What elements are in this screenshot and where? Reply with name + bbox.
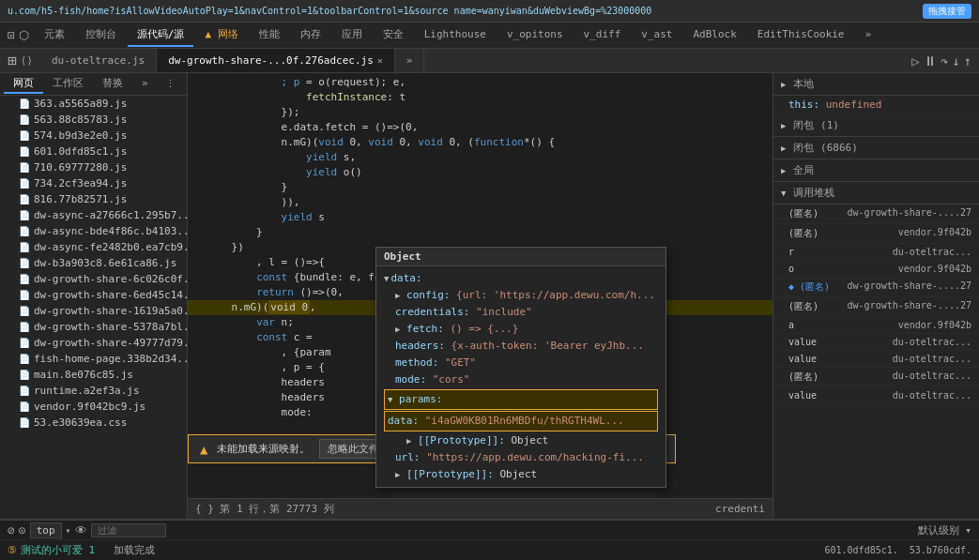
file-item-2[interactable]: 📄563.88c85783.js	[0, 112, 187, 128]
file-item-1[interactable]: 📄363.a5565a89.js	[0, 96, 187, 112]
right-section-callstack[interactable]: ▼ 调用堆栈	[773, 182, 979, 204]
inspect-icon[interactable]: ⬡	[19, 28, 29, 42]
tooltip-header: Object	[376, 248, 665, 266]
file-item-3[interactable]: 📄574.b9d3e2e0.js	[0, 128, 187, 144]
tab-more[interactable]: »	[856, 24, 881, 46]
right-callstack-item-a[interactable]: a vendor.9f042b	[773, 317, 979, 334]
file-item-15[interactable]: 📄dw-growth-share-5378a7bl...	[0, 319, 187, 335]
tooltip-proto2-row[interactable]: ▶ [[Prototype]]: Object	[384, 466, 658, 483]
source-tab-2-label: dw-growth-share-...0f.276adcec.js	[168, 54, 374, 67]
nav-step-into[interactable]: ↓	[952, 53, 959, 68]
url-bar: u.com/h5-fish/home?isAllowVideoAutoPlay=…	[0, 0, 979, 23]
file-item-14[interactable]: 📄dw-growth-share-1619a5a0...	[0, 303, 187, 319]
right-callstack-item-2[interactable]: (匿名) vendor.9f042b	[773, 224, 979, 244]
file-item-8[interactable]: 📄dw-async-a27666c1.295b7...	[0, 207, 187, 223]
tab-application[interactable]: 应用	[332, 23, 372, 47]
console-eye-icon[interactable]: 👁	[75, 523, 87, 537]
tab-memory[interactable]: 内存	[291, 23, 330, 47]
source-tab-2[interactable]: dw-growth-share-...0f.276adcec.js ✕	[157, 49, 395, 72]
drag-button[interactable]: 拖拽接管	[923, 4, 971, 19]
console-level-selector[interactable]: 默认级别 ▾	[918, 523, 971, 537]
bottom-right-file2[interactable]: 53.b760cdf.	[910, 545, 971, 555]
tab-sources[interactable]: 源代码/源	[128, 23, 194, 47]
file-item-7[interactable]: 📄816.77b82571.js	[0, 191, 187, 207]
file-item-16[interactable]: 📄dw-growth-share-49777d79...	[0, 335, 187, 351]
warning-count-badge: ⑤	[8, 544, 17, 556]
panel-toggle[interactable]: ⊞⟨⟩	[0, 52, 40, 69]
tab-vdiff[interactable]: v_diff	[574, 24, 631, 46]
file-item-19[interactable]: 📄runtime.a2ef3a.js	[0, 383, 187, 399]
tab-network[interactable]: ▲ 网络	[195, 23, 247, 47]
source-tab-1[interactable]: du-oteltrace.js	[40, 49, 157, 72]
nav-play[interactable]: ▷	[911, 53, 919, 68]
right-section-closure1[interactable]: ▶ 闭包 (1)	[773, 114, 979, 137]
tab-security[interactable]: 安全	[374, 23, 413, 47]
right-callstack-item-value3[interactable]: value du-oteltrac...	[773, 387, 979, 404]
console-filter-input[interactable]	[91, 523, 166, 537]
file-panel-menu[interactable]: ⋮	[158, 78, 183, 90]
nav-step-out[interactable]: ↑	[964, 53, 971, 68]
tooltip-data-row[interactable]: ▼ data:	[384, 270, 658, 287]
file-item-4[interactable]: 📄601.0dfd85c1.js	[0, 144, 187, 159]
sub-tab-webpage[interactable]: 网页	[4, 74, 43, 94]
status-bar: { } 第 1 行，第 27773 列 credenti	[188, 498, 772, 519]
right-local-triangle: ▶	[781, 80, 786, 89]
console-level-label[interactable]: top	[30, 522, 62, 538]
tab-elements[interactable]: 元素	[35, 23, 74, 47]
right-callstack-item-o[interactable]: o vendor.9f042b	[773, 261, 979, 278]
file-item-20[interactable]: 📄vendor.9f042bc9.js	[0, 399, 187, 415]
file-item-5[interactable]: 📄710.69777280.js	[0, 159, 187, 175]
file-item-21[interactable]: 📄53.e30639ea.css	[0, 415, 187, 431]
tab-console[interactable]: 控制台	[76, 23, 126, 47]
right-callstack-item-value2[interactable]: value du-oteltrac...	[773, 351, 979, 368]
right-section-global[interactable]: ▶ 全局	[773, 159, 979, 182]
right-callstack-item-value1[interactable]: value du-oteltrac...	[773, 334, 979, 351]
sub-tab-more[interactable]: »	[132, 75, 158, 93]
right-callstack-item-1[interactable]: (匿名) dw-growth-share-....27	[773, 204, 979, 224]
sub-tab-bar: 网页 工作区 替换 » ⋮	[0, 73, 187, 96]
sub-tab-workspace[interactable]: 工作区	[43, 74, 93, 94]
source-tab-more[interactable]: »	[395, 49, 425, 72]
code-line: yield s	[188, 210, 772, 225]
right-callstack-item-anon-blue[interactable]: ◆ (匿名) dw-growth-share-....27	[773, 278, 979, 297]
source-tab-bar: ⊞⟨⟩ du-oteltrace.js dw-growth-share-...0…	[0, 49, 979, 73]
tooltip-config-row[interactable]: ▶ config: {url: 'https://app.dewu.com/h.…	[384, 287, 658, 304]
tab-voptions[interactable]: v_opitons	[497, 24, 573, 46]
tooltip-params-row[interactable]: ▼ params:	[384, 389, 658, 410]
file-item-9[interactable]: 📄dw-async-bde4f86c.b4103...	[0, 223, 187, 239]
source-tab-2-close[interactable]: ✕	[377, 55, 383, 66]
tab-vast[interactable]: v_ast	[632, 24, 681, 46]
tab-editcookie[interactable]: EditThisCookie	[748, 24, 854, 46]
file-item-12[interactable]: 📄dw-growth-share-6c026c0f...	[0, 271, 187, 287]
console-filter-icon[interactable]: ⊙	[19, 523, 26, 537]
nav-step-over[interactable]: ↷	[941, 53, 948, 68]
file-item-6[interactable]: 📄734.2cf3ea94.js	[0, 175, 187, 191]
right-section-local[interactable]: ▶ 本地	[773, 73, 979, 96]
cursor-icon[interactable]: ⊡	[8, 28, 15, 42]
right-section-closure2[interactable]: ▶ 闭包 (6866)	[773, 137, 979, 159]
tooltip-proto1-row[interactable]: ▶ [[Prototype]]: Object	[384, 432, 658, 449]
tooltip-fetch-row[interactable]: ▶ fetch: () => {...}	[384, 321, 658, 338]
right-callstack-item-anon2[interactable]: (匿名) dw-growth-share-....27	[773, 297, 979, 317]
right-closure1-label: 闭包 (1)	[793, 118, 839, 132]
bottom-right-file1[interactable]: 601.0dfd85c1.	[824, 545, 897, 555]
code-line: yield s,	[188, 150, 772, 165]
right-callstack-item-r[interactable]: r du-oteltrac...	[773, 244, 979, 261]
console-error-icon[interactable]: ⊘	[8, 523, 15, 537]
right-callstack-item-anon3[interactable]: (匿名) du-oteltrac...	[773, 368, 979, 387]
nav-pause[interactable]: ⏸	[924, 53, 937, 68]
console-bar: ⊘ ⊙ top ▾ 👁 默认级别 ▾	[0, 519, 979, 539]
file-item-10[interactable]: 📄dw-async-fe2482b0.ea7cb9...	[0, 239, 187, 255]
tab-performance[interactable]: 性能	[250, 23, 289, 47]
source-tab-1-label: du-oteltrace.js	[52, 54, 145, 67]
tab-lighthouse[interactable]: Lighthouse	[415, 24, 496, 46]
right-closure2-triangle: ▶	[781, 144, 786, 153]
console-level-dropdown[interactable]: ▾	[66, 525, 71, 536]
file-item-13[interactable]: 📄dw-growth-share-6ed45c14...	[0, 287, 187, 303]
file-item-18[interactable]: 📄main.8e076c85.js	[0, 367, 187, 383]
sub-tab-replace[interactable]: 替换	[93, 74, 132, 94]
file-item-17[interactable]: 📄fish-home-page.338b2d34...	[0, 351, 187, 367]
file-item-11[interactable]: 📄dw-b3a903c8.6e61ca86.js	[0, 255, 187, 271]
tab-adblock[interactable]: AdBlock	[683, 24, 745, 46]
code-line: }	[188, 225, 772, 240]
